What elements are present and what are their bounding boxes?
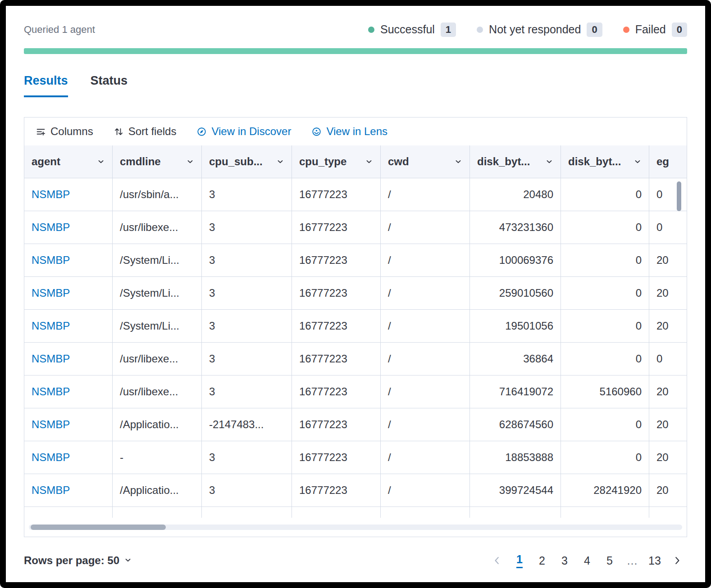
status-not-yet-responded: Not yet responded0 (477, 23, 602, 37)
cell-value: 0 (636, 451, 642, 464)
cell-value: /Applicatio... (120, 484, 179, 497)
cell-eg: 2 (649, 507, 687, 518)
pagination-page-3[interactable]: 3 (555, 551, 574, 570)
cell-value: 3 (209, 254, 215, 267)
cell-value: 0 (636, 320, 642, 332)
tab-status[interactable]: Status (91, 74, 128, 97)
chevron-down-icon[interactable] (186, 158, 194, 166)
cell-cwd: / (381, 408, 470, 441)
cell-value: 62126220 (505, 517, 553, 518)
agent-link[interactable]: NSMBP (32, 221, 70, 234)
cell-value: / (388, 221, 391, 234)
cell-value: 3 (209, 188, 215, 201)
pagination-page-1[interactable]: 1 (510, 551, 529, 570)
column-header-label: cpu_type (299, 155, 346, 168)
cell-disk-byt: 0 (561, 310, 649, 342)
cell-agent[interactable]: NSMBP (24, 211, 113, 244)
cell-value: /usr/libexe... (120, 221, 178, 234)
horizontal-scrollbar-area (24, 518, 687, 537)
cell-agent[interactable]: NSMBP (24, 375, 113, 408)
cell-cpu-sub: -2147483... (202, 408, 292, 441)
cell-value: /usr/libexe... (120, 353, 178, 365)
cell-agent[interactable]: NSMBP (24, 343, 113, 375)
cell-cmdline (113, 507, 202, 518)
tab-results[interactable]: Results (24, 74, 68, 97)
horizontal-scrollbar-track[interactable] (29, 525, 682, 530)
column-header-cpu-type[interactable]: cpu_type (292, 145, 381, 178)
agent-link[interactable]: NSMBP (32, 385, 70, 398)
view-in-lens-button[interactable]: View in Lens (312, 125, 387, 138)
column-header-eg[interactable]: eg (649, 145, 687, 178)
chevron-down-icon[interactable] (97, 158, 105, 166)
cell-value: 28241920 (593, 484, 642, 497)
cell-cwd: / (381, 178, 470, 211)
cell-disk-byt: 0 (561, 244, 649, 276)
table-row: NSMBP/System/Li...316777223/259010560020 (24, 277, 687, 310)
cell-value: 36864 (523, 353, 553, 365)
cell-cwd: / (381, 375, 470, 408)
horizontal-scrollbar-thumb[interactable] (31, 525, 166, 530)
cell-value: / (388, 320, 391, 332)
cell-cpu-type: 16777223 (292, 178, 381, 211)
cell-cwd: / (381, 310, 470, 342)
chevron-down-icon[interactable] (634, 158, 642, 166)
agent-link[interactable]: NSMBP (32, 353, 70, 365)
status-count-badge: 0 (587, 23, 602, 37)
column-header-label: agent (32, 155, 60, 168)
cell-agent[interactable]: NSMBP (24, 474, 113, 507)
column-header-disk-byt[interactable]: disk_byt... (561, 145, 649, 178)
cell-value: / (388, 385, 391, 398)
agent-link[interactable]: NSMBP (32, 451, 70, 464)
chevron-down-icon[interactable] (545, 158, 553, 166)
column-header-label: eg (656, 155, 669, 168)
cell-value: 16777223 (299, 320, 347, 332)
chevron-down-icon[interactable] (276, 158, 284, 166)
column-header-agent[interactable]: agent (24, 145, 113, 178)
agent-link[interactable]: NSMBP (32, 287, 70, 299)
agent-link[interactable]: NSMBP (32, 254, 70, 267)
page-number: 13 (648, 554, 661, 567)
cell-agent[interactable]: NSMBP (24, 277, 113, 309)
cell-value: 18853888 (505, 451, 553, 464)
cell-disk-byt: 0 (561, 507, 649, 518)
pagination-next-button[interactable] (667, 551, 687, 570)
chevron-down-icon[interactable] (365, 158, 373, 166)
vertical-scrollbar[interactable] (677, 181, 681, 211)
table-row: NSMBP/usr/libexe...316777223/71641907251… (24, 375, 687, 408)
column-header-cpu-sub[interactable]: cpu_sub... (202, 145, 292, 178)
column-header-cwd[interactable]: cwd (381, 145, 470, 178)
rows-per-page-button[interactable]: Rows per page: 50 (24, 554, 132, 567)
columns-button[interactable]: Columns (36, 125, 93, 138)
chevron-down-icon[interactable] (454, 158, 462, 166)
cell-agent[interactable]: NSMBP (24, 507, 113, 518)
table-row: NSMBP/Applicatio...316777223/39972454428… (24, 474, 687, 507)
column-header-cmdline[interactable]: cmdline (113, 145, 202, 178)
query-header: Queried 1 agent Successful1Not yet respo… (24, 19, 687, 40)
view-in-discover-button[interactable]: View in Discover (197, 125, 291, 138)
cell-agent[interactable]: NSMBP (24, 310, 113, 342)
pagination-page-4[interactable]: 4 (577, 551, 597, 570)
pagination-page-5[interactable]: 5 (600, 551, 620, 570)
pagination-prev-button[interactable] (487, 551, 507, 570)
agent-link[interactable]: NSMBP (32, 517, 70, 518)
pagination-page-13[interactable]: 13 (645, 551, 665, 570)
column-header-label: cwd (388, 155, 409, 168)
cell-agent[interactable]: NSMBP (24, 408, 113, 441)
agent-link[interactable]: NSMBP (32, 484, 70, 497)
cell-agent[interactable]: NSMBP (24, 178, 113, 211)
cell-cpu-type: 16777223 (292, 441, 381, 474)
cell-cpu-type: 16777223 (292, 474, 381, 507)
cell-agent[interactable]: NSMBP (24, 244, 113, 276)
column-header-disk-byt[interactable]: disk_byt... (470, 145, 561, 178)
agent-link[interactable]: NSMBP (32, 188, 70, 201)
cell-agent[interactable]: NSMBP (24, 441, 113, 474)
cell-disk-byt: 62126220 (470, 507, 561, 518)
pagination: 12345…13 (487, 551, 687, 570)
cell-cmdline: /System/Li... (113, 244, 202, 276)
cell-value: -2147483... (209, 418, 264, 431)
agent-link[interactable]: NSMBP (32, 418, 70, 431)
cell-value: 0 (656, 188, 662, 201)
pagination-page-2[interactable]: 2 (532, 551, 552, 570)
agent-link[interactable]: NSMBP (32, 320, 70, 332)
sort-fields-button[interactable]: Sort fields (114, 125, 177, 138)
